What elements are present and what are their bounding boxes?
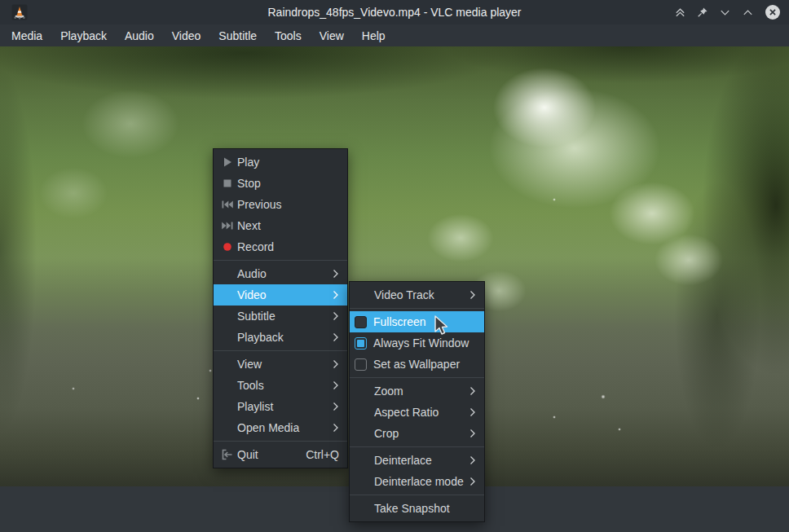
- menubar-item-tools[interactable]: Tools: [266, 26, 311, 46]
- context-menu-item-label: Audio: [237, 267, 333, 280]
- maximize-button[interactable]: [742, 7, 754, 19]
- chevron-right-icon: [333, 332, 339, 342]
- context-menu-item-label: Stop: [237, 177, 347, 190]
- chevron-right-icon: [469, 477, 476, 486]
- video-submenu-item-fullscreen[interactable]: Fullscreen: [350, 311, 484, 332]
- video-submenu-item-crop[interactable]: Crop: [350, 423, 484, 444]
- context-menu-item-next[interactable]: Next: [214, 215, 347, 236]
- context-menu-item-record[interactable]: Record: [214, 236, 347, 257]
- context-menu-item-audio[interactable]: Audio: [214, 263, 347, 284]
- video-submenu-item-label: Aspect Ratio: [374, 406, 469, 419]
- video-submenu-separator: [350, 495, 484, 495]
- menu-item-spacer: [355, 385, 368, 398]
- context-menu-item-label: Open Media: [237, 421, 333, 434]
- pin-button[interactable]: [697, 7, 708, 18]
- vlc-window: Raindrops_48fps_Videvo.mp4 - VLC media p…: [0, 0, 789, 532]
- menu-item-spacer: [221, 288, 234, 301]
- video-submenu-item-always-fit-window[interactable]: Always Fit Window: [350, 332, 484, 354]
- video-submenu-item-label: Deinterlace mode: [374, 475, 469, 488]
- menu-item-spacer: [355, 288, 368, 301]
- play-small-icon: [221, 156, 234, 169]
- video-submenu-separator: [350, 446, 484, 447]
- menubar-item-audio[interactable]: Audio: [116, 26, 163, 46]
- context-menu-item-label: Playback: [237, 331, 333, 344]
- video-submenu-item-label: Zoom: [374, 385, 469, 398]
- chevron-right-icon: [333, 402, 339, 411]
- menu-item-spacer: [221, 400, 234, 413]
- video-submenu-item-aspect-ratio[interactable]: Aspect Ratio: [350, 402, 484, 423]
- video-submenu-item-deinterlace[interactable]: Deinterlace: [350, 450, 484, 471]
- checkbox-checked-icon: [355, 337, 367, 350]
- chevron-down-icon: [719, 7, 731, 19]
- checkbox-unchecked-icon: [355, 316, 367, 328]
- context-menu-item-label: Subtitle: [237, 310, 333, 323]
- context-menu-item-label: Previous: [237, 198, 347, 211]
- menu-item-spacer: [221, 267, 234, 280]
- context-menu-separator: [214, 260, 347, 261]
- minimize-button[interactable]: [719, 7, 731, 19]
- context-menu-item-quit[interactable]: QuitCtrl+Q: [214, 444, 347, 465]
- chevron-right-icon: [469, 290, 476, 300]
- skip-forward-small-icon: [221, 219, 234, 232]
- context-menu-item-play[interactable]: Play: [214, 152, 347, 173]
- video-submenu-item-label: Crop: [374, 427, 469, 440]
- context-menu-item-subtitle[interactable]: Subtitle: [214, 306, 347, 327]
- video-submenu-item-take-snapshot[interactable]: Take Snapshot: [350, 498, 484, 519]
- video-submenu-item-label: Take Snapshot: [374, 502, 484, 515]
- context-menu-item-view[interactable]: View: [214, 354, 347, 375]
- titlebar[interactable]: Raindrops_48fps_Videvo.mp4 - VLC media p…: [0, 0, 789, 24]
- chevron-right-icon: [333, 269, 339, 279]
- mouse-cursor-icon: [433, 315, 451, 340]
- video-submenu-separator: [350, 377, 484, 378]
- menu-item-spacer: [355, 502, 368, 515]
- chevron-right-icon: [469, 455, 476, 465]
- menubar-item-playback[interactable]: Playback: [51, 26, 116, 46]
- context-menu: PlayStopPreviousNextRecordAudioVideoSubt…: [213, 148, 348, 468]
- context-menu-item-label: View: [237, 358, 333, 371]
- context-menu-item-video[interactable]: Video: [214, 284, 347, 306]
- close-circle-icon: [765, 4, 781, 20]
- context-menu-separator: [214, 350, 347, 351]
- close-button[interactable]: [765, 4, 781, 20]
- menubar-item-help[interactable]: Help: [353, 26, 394, 46]
- menubar-item-media[interactable]: Media: [2, 26, 51, 46]
- record-dot-icon: [221, 240, 234, 253]
- video-submenu-item-label: Fullscreen: [373, 315, 484, 328]
- double-chevron-up-icon: [674, 7, 686, 19]
- context-menu-item-tools[interactable]: Tools: [214, 375, 347, 396]
- video-submenu-item-label: Always Fit Window: [373, 336, 484, 350]
- video-submenu-item-deinterlace-mode[interactable]: Deinterlace mode: [350, 471, 484, 492]
- chevron-right-icon: [333, 290, 339, 300]
- context-menu-item-label: Quit: [237, 448, 306, 461]
- chevron-right-icon: [333, 380, 339, 390]
- exit-icon: [221, 448, 234, 461]
- chevron-right-icon: [333, 359, 339, 369]
- pin-icon: [697, 7, 708, 18]
- window-title: Raindrops_48fps_Videvo.mp4 - VLC media p…: [0, 0, 789, 24]
- shade-button[interactable]: [674, 7, 686, 19]
- video-submenu-separator: [350, 308, 484, 309]
- menubar-item-subtitle[interactable]: Subtitle: [209, 26, 266, 46]
- context-menu-item-label: Play: [237, 156, 347, 169]
- context-menu-item-label: Tools: [237, 379, 333, 392]
- menu-item-spacer: [221, 358, 234, 371]
- video-submenu-item-video-track[interactable]: Video Track: [350, 284, 484, 306]
- context-menu-item-label: Record: [237, 240, 347, 253]
- context-menu-item-stop[interactable]: Stop: [214, 173, 347, 194]
- context-menu-item-playlist[interactable]: Playlist: [214, 396, 347, 417]
- context-menu-item-label: Video: [237, 288, 333, 301]
- context-menu-item-previous[interactable]: Previous: [214, 194, 347, 215]
- menu-item-spacer: [355, 427, 368, 440]
- context-menu-item-open-media[interactable]: Open Media: [214, 417, 347, 438]
- video-submenu-item-set-as-wallpaper[interactable]: Set as Wallpaper: [350, 354, 484, 375]
- menubar-item-video[interactable]: Video: [163, 26, 210, 46]
- menu-item-spacer: [221, 421, 234, 434]
- video-submenu-item-label: Deinterlace: [374, 454, 469, 467]
- video-submenu-item-zoom[interactable]: Zoom: [350, 380, 484, 402]
- menu-item-spacer: [221, 310, 234, 323]
- menubar: MediaPlaybackAudioVideoSubtitleToolsView…: [0, 24, 789, 46]
- context-menu-item-label: Next: [237, 219, 347, 232]
- context-menu-item-playback[interactable]: Playback: [214, 327, 347, 348]
- chevron-up-icon: [742, 7, 754, 19]
- menubar-item-view[interactable]: View: [311, 26, 353, 46]
